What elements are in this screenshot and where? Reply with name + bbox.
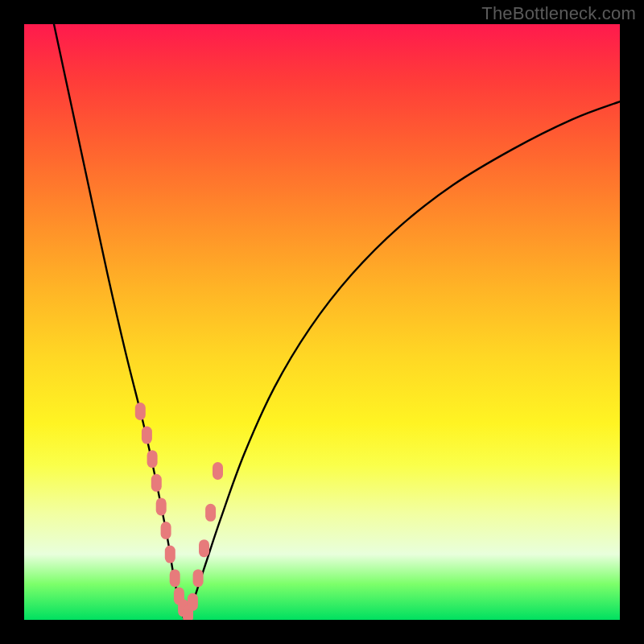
highlight-dot [193,569,204,587]
highlight-dot [142,427,152,444]
watermark-text: TheBottleneck.com [481,3,636,24]
curve-svg [24,24,620,620]
chart-frame: TheBottleneck.com [0,0,644,644]
highlight-markers [135,402,223,620]
bottleneck-curve [54,24,620,620]
highlight-dot [170,569,180,587]
bottleneck-curve-path [54,24,620,620]
highlight-dot [165,546,175,564]
highlight-dot [135,402,146,420]
highlight-dot [161,522,171,539]
highlight-dot [213,462,223,480]
highlight-dot [205,504,216,522]
highlight-dot [156,497,167,515]
highlight-dot [151,474,162,492]
plot-area [24,24,620,620]
highlight-dot [147,450,158,468]
highlight-dot [188,593,198,611]
highlight-dot [199,539,209,557]
